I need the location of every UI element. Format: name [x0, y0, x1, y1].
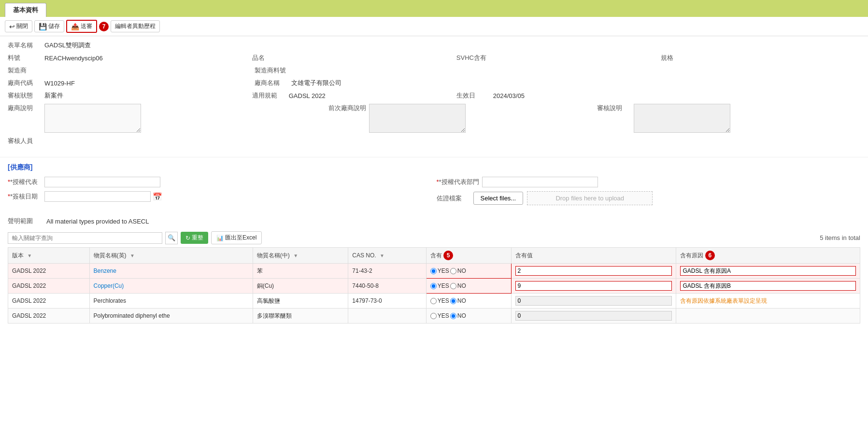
- form-row-partno: 料號 REACHwendyscip06 品名 SVHC含有 規格: [8, 54, 860, 62]
- contains-value-input[interactable]: [515, 311, 672, 321]
- col-contains-value: 含有值: [511, 248, 676, 264]
- form-group-applicable-spec: 適用規範 GADSL 2022: [252, 91, 452, 100]
- toolbar: ↩ 關閉 💾 儲存 📤 送審 7 編輯者異動歷程: [0, 17, 868, 36]
- contains-badge: 5: [443, 251, 453, 260]
- col-cas-no: CAS NO. ▼: [348, 248, 426, 264]
- form-name-value: GADSL雙明調查: [44, 41, 91, 50]
- contains-radio-group: YESNO: [430, 267, 507, 274]
- sign-date-input[interactable]: [44, 191, 151, 202]
- data-table: 版本 ▼ 物質名稱(英) ▼ 物質名稱(中) ▼ CAS NO. ▼: [8, 247, 860, 323]
- save-icon: 💾: [39, 23, 47, 30]
- filter-name-zh-icon[interactable]: ▼: [293, 253, 298, 258]
- form-section: 表單名稱 GADSL雙明調查 料號 REACHwendyscip06 品名 SV…: [0, 36, 868, 154]
- tab-basic[interactable]: 基本資料: [5, 3, 46, 17]
- tab-header: 基本資料: [0, 0, 868, 17]
- form-group-vendor-code: 廠商代碼 W1029-HF: [8, 79, 250, 87]
- close-button[interactable]: ↩ 關閉: [5, 20, 32, 32]
- mfr-part-no-label: 製造商料號: [255, 66, 288, 75]
- vendor-remark-label: 廠商說明: [8, 104, 42, 113]
- save-button[interactable]: 💾 儲存: [34, 20, 64, 32]
- form-group-vendor-remark: 廠商說明: [8, 104, 324, 133]
- calendar-icon[interactable]: 📅: [153, 192, 162, 201]
- submit-button[interactable]: 📤 送審: [66, 20, 97, 33]
- vendor-remark-textarea[interactable]: [44, 104, 141, 133]
- submit-badge: 7: [99, 22, 109, 31]
- search-icon[interactable]: 🔍: [165, 232, 178, 244]
- applicable-spec-value: GADSL 2022: [289, 92, 326, 99]
- prev-vendor-remark-label: 前次廠商說明: [328, 104, 366, 113]
- sign-date-label: **簽核日期: [8, 192, 42, 201]
- filter-name-en-icon[interactable]: ▼: [130, 253, 135, 258]
- form-group-partno: 料號 REACHwendyscip06: [8, 54, 247, 62]
- contains-yes-radio[interactable]: [430, 298, 437, 304]
- form-group-auth-dept: **授權代表部門: [437, 177, 861, 187]
- page-wrapper: 基本資料 ↩ 關閉 💾 儲存 📤 送審 7 編輯者異動歷程 表單名稱 GADSL…: [0, 0, 868, 436]
- submit-icon: 📤: [71, 23, 79, 30]
- form-group-product: 品名: [252, 54, 452, 62]
- review-remark-textarea[interactable]: [634, 104, 730, 133]
- form-group-prev-remark: 前次廠商說明: [328, 104, 592, 133]
- history-button[interactable]: 編輯者異動歷程: [111, 20, 160, 32]
- search-input[interactable]: [8, 232, 162, 244]
- col-version: 版本 ▼: [8, 248, 90, 264]
- table-row: GADSL 2022Polybrominated diphenyl ethe多溴…: [8, 309, 860, 323]
- contains-yes-radio[interactable]: [430, 283, 437, 289]
- select-files-button[interactable]: Select files...: [473, 192, 524, 205]
- form-group-svhc: SVHC含有: [456, 54, 656, 62]
- form-row-name: 表單名稱 GADSL雙明調查: [8, 41, 860, 50]
- auth-dept-input[interactable]: [482, 177, 598, 187]
- svhc-label: SVHC含有: [456, 54, 490, 62]
- refresh-button[interactable]: ↻ 重整: [181, 232, 208, 244]
- form-group-mfr-partno: 製造商料號: [255, 66, 860, 75]
- form-row-reviewer: 審核人員: [8, 137, 860, 145]
- declaration-label: 聲明範圍: [8, 217, 42, 225]
- table-row: GADSL 2022Perchlorates高氯酸鹽14797-73-0YESN…: [8, 294, 860, 309]
- declaration-row: 聲明範圍 All material types provided to ASEC…: [0, 214, 868, 228]
- contains-reason-input[interactable]: [680, 281, 856, 291]
- col-name-en: 物質名稱(英) ▼: [89, 248, 253, 264]
- contains-no-radio[interactable]: [450, 313, 456, 319]
- excel-button[interactable]: 📊 匯出至Excel: [211, 231, 262, 244]
- form-group-attachment: 佐證檔案 Select files... Drop files here to …: [437, 191, 861, 205]
- contains-no-radio[interactable]: [450, 298, 456, 304]
- contains-yes-radio[interactable]: [430, 268, 437, 274]
- auth-rep-input[interactable]: [44, 177, 160, 187]
- vendor-code-value: W1029-HF: [44, 80, 75, 87]
- filter-version-icon[interactable]: ▼: [27, 253, 32, 258]
- form-group-review-type: 審核狀態 新案件: [8, 91, 247, 100]
- table-wrapper: 版本 ▼ 物質名稱(英) ▼ 物質名稱(中) ▼ CAS NO. ▼: [0, 247, 868, 323]
- supplier-auth-row: **授權代表 **授權代表部門: [8, 177, 860, 187]
- vendor-code-label: 廠商代碼: [8, 79, 42, 87]
- contains-yes-radio[interactable]: [430, 313, 437, 319]
- contains-reason-input[interactable]: [680, 266, 856, 276]
- contains-value-input[interactable]: [515, 266, 672, 276]
- total-count: 5 items in total: [820, 234, 860, 241]
- form-row-vendor: 廠商代碼 W1029-HF 廠商名稱 文雄電子有限公司: [8, 79, 860, 87]
- form-group-mfr: 製造商: [8, 66, 250, 75]
- supplier-date-file-row: **簽核日期 📅 佐證檔案 Select files... Drop files…: [8, 191, 860, 205]
- reviewer-label: 審核人員: [8, 137, 42, 145]
- form-group-vendor-name: 廠商名稱 文雄電子有限公司: [255, 79, 860, 87]
- contains-no-radio[interactable]: [450, 283, 456, 289]
- drop-zone[interactable]: Drop files here to upload: [527, 191, 653, 205]
- effective-date-value: 2024/03/05: [493, 92, 525, 99]
- file-upload-area: Select files... Drop files here to uploa…: [473, 191, 653, 205]
- spec-label: 規格: [661, 54, 695, 62]
- contains-no-radio[interactable]: [450, 268, 456, 274]
- vendor-name-value: 文雄電子有限公司: [291, 79, 342, 87]
- form-group-review-remark: 審核說明: [597, 104, 860, 133]
- review-remark-label: 審核說明: [597, 104, 631, 113]
- contains-value-input[interactable]: [515, 296, 672, 306]
- prev-vendor-remark-textarea[interactable]: [369, 104, 466, 133]
- date-input-wrapper: 📅: [44, 191, 162, 202]
- form-group-effective-date: 生效日 2024/03/05: [456, 91, 656, 100]
- filter-cas-icon[interactable]: ▼: [380, 253, 384, 258]
- form-row-mfr: 製造商 製造商料號: [8, 66, 860, 75]
- reason-badge: 6: [705, 251, 715, 260]
- refresh-icon: ↻: [185, 235, 190, 241]
- form-group-auth-rep: **授權代表: [8, 177, 432, 187]
- supplier-section-title: [供應商]: [8, 163, 868, 172]
- contains-value-input[interactable]: [515, 281, 672, 291]
- supplier-section: [供應商] **授權代表 **授權代表部門: [0, 163, 868, 214]
- part-no-label: 料號: [8, 54, 42, 62]
